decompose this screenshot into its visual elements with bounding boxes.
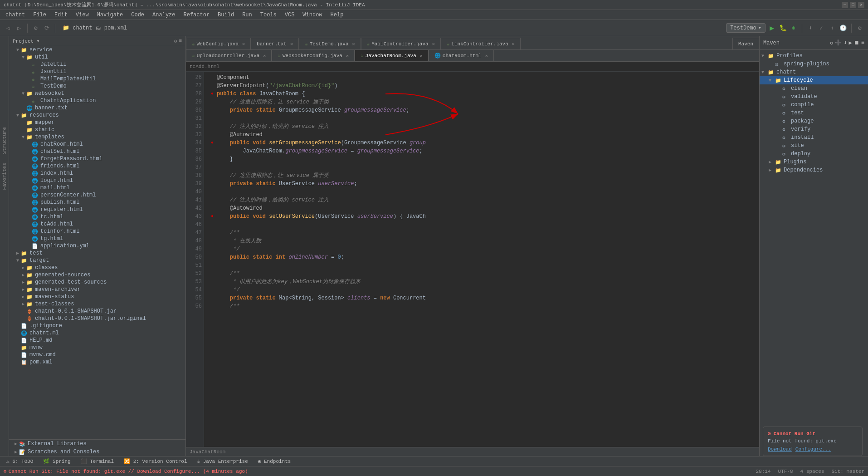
tree-item[interactable]: ☕MailTemplatesUtil <box>9 75 185 83</box>
tree-item[interactable]: 🌐chatSel.html <box>9 148 185 155</box>
bottom-tab-terminal[interactable]: ⬛ Terminal <box>76 457 118 465</box>
git-update-icon[interactable]: ⬇ <box>806 24 815 33</box>
tab-javachatroom-close[interactable]: ✕ <box>420 53 423 59</box>
tree-item[interactable]: 📋pom.xml <box>9 358 185 366</box>
tree-item[interactable]: ☕DateUtil <box>9 61 185 68</box>
project-settings-icon[interactable]: ≡ <box>179 38 182 44</box>
popup-download-link[interactable]: Download <box>768 447 792 452</box>
window-controls[interactable]: — □ ✕ <box>842 2 864 8</box>
maven-tree-item[interactable]: ⚙site <box>760 142 868 150</box>
toolbar-more-icon[interactable]: ⚙ <box>855 24 864 33</box>
menu-navigate[interactable]: Navigate <box>93 11 127 19</box>
maven-stop-icon[interactable]: ⏹ <box>854 39 859 46</box>
maven-tree-item[interactable]: ▼📁Lifecycle <box>760 76 868 84</box>
tab-mailcontroller-close[interactable]: ✕ <box>432 41 435 47</box>
git-commit-icon[interactable]: ✓ <box>817 24 826 33</box>
tree-item[interactable]: ▼📁websocket <box>9 90 185 97</box>
tree-item[interactable]: 📄HELP.md <box>9 337 185 344</box>
toolbar-sync-icon[interactable]: ⟳ <box>42 24 51 33</box>
maven-tree-item[interactable]: ⚙verify <box>760 125 868 133</box>
menu-refactor[interactable]: Refactor <box>180 11 214 19</box>
maven-settings-icon[interactable]: ≡ <box>861 39 864 46</box>
external-libraries-item[interactable]: ▶ 📚 External Libraries <box>9 440 185 448</box>
tree-item[interactable]: ▶📁maven-status <box>9 293 185 300</box>
tree-item[interactable]: ▶📁generated-sources <box>9 271 185 279</box>
maven-add-icon[interactable]: ➕ <box>835 39 842 46</box>
maven-tree-item[interactable]: ⚙package <box>760 117 868 125</box>
tree-item[interactable]: 🌐friends.html <box>9 162 185 170</box>
tab-websocketconfig-close[interactable]: ✕ <box>346 53 349 59</box>
tab-javachatroom[interactable]: ☕ JavaChatRoom.java ✕ <box>355 50 429 61</box>
tab-maven[interactable]: Maven <box>732 38 759 49</box>
tree-item[interactable]: ☕ChatntApplication <box>9 97 185 104</box>
favorites-label[interactable]: Favorites <box>2 163 7 190</box>
toolbar-forward-icon[interactable]: ▷ <box>15 24 24 33</box>
maven-download-icon[interactable]: ⬇ <box>844 39 847 46</box>
maven-tree-item[interactable]: ▶📁Plugins <box>760 158 868 166</box>
tree-item[interactable]: 📄application.yml <box>9 242 185 250</box>
tab-testdemo[interactable]: ☕ TestDemo.java ✕ <box>299 38 361 49</box>
tree-item[interactable]: 🌐register.html <box>9 206 185 213</box>
maven-tree-item[interactable]: ⚙install <box>760 133 868 142</box>
maven-tree-item[interactable]: ⚙validate <box>760 93 868 101</box>
toolbar-back-icon[interactable]: ◁ <box>4 24 13 33</box>
tab-uploadcontroller-close[interactable]: ✕ <box>263 53 266 59</box>
close-button[interactable]: ✕ <box>858 2 864 8</box>
run-button[interactable]: ▶ <box>767 24 776 33</box>
tree-item[interactable]: ▶📁classes <box>9 264 185 271</box>
maven-tree-item[interactable]: ▼📁chatnt <box>760 68 868 76</box>
git-history-icon[interactable]: 🕐 <box>839 24 848 33</box>
tree-item[interactable]: ▼📁util <box>9 54 185 61</box>
menu-vcs[interactable]: VCS <box>281 11 298 19</box>
tree-item[interactable]: 🌐publish.html <box>9 199 185 206</box>
tree-item[interactable]: 📁static <box>9 126 185 133</box>
maximize-button[interactable]: □ <box>850 2 856 8</box>
tree-item[interactable]: 🌐tcAdd.html <box>9 221 185 228</box>
tree-item[interactable]: 🌐index.html <box>9 170 185 177</box>
tree-item[interactable]: 🌐tcInfor.html <box>9 228 185 235</box>
popup-configure-link[interactable]: Configure... <box>795 447 831 452</box>
maven-tree-item[interactable]: ⚙clean <box>760 84 868 93</box>
tree-item[interactable]: ▶📁test <box>9 250 185 257</box>
breakpoint-icon[interactable]: ● <box>211 90 214 98</box>
tab-testdemo-close[interactable]: ✕ <box>352 41 355 47</box>
menu-edit[interactable]: Edit <box>51 11 71 19</box>
maven-tree-item[interactable]: ⚙test <box>760 109 868 117</box>
maven-tree-item[interactable]: ⚙deploy <box>760 150 868 158</box>
menu-window[interactable]: Window <box>299 11 326 19</box>
tree-item[interactable]: 📄.gitignore <box>9 322 185 329</box>
tree-item[interactable]: 🌐chatnt.ml <box>9 329 185 337</box>
menu-tools[interactable]: Tools <box>257 11 280 19</box>
tree-item[interactable]: 🌐forgetPassword.html <box>9 155 185 162</box>
tree-item[interactable]: 🌐personCenter.html <box>9 191 185 199</box>
maven-tree-item[interactable]: ▼📁Profiles <box>760 52 868 60</box>
tab-banner[interactable]: banner.txt ✕ <box>251 38 299 49</box>
breakpoint-icon[interactable]: ● <box>211 139 214 147</box>
maven-tree-item[interactable]: ☑spring-plugins <box>760 60 868 68</box>
menu-build[interactable]: Build <box>214 11 238 19</box>
menu-chatnt[interactable]: chatnt <box>2 11 29 19</box>
bottom-tab-spring[interactable]: 🌿 Spring <box>39 457 75 465</box>
structure-label[interactable]: Structure <box>2 127 7 154</box>
tab-banner-close[interactable]: ✕ <box>290 41 293 47</box>
tree-item[interactable]: ☕TestDemo <box>9 83 185 90</box>
breakpoint-icon[interactable]: ● <box>211 212 214 221</box>
tree-item[interactable]: ▶📁maven-archiver <box>9 286 185 293</box>
tab-uploadcontroller[interactable]: ☕ UploadController.java ✕ <box>186 50 272 61</box>
menu-file[interactable]: File <box>29 11 50 19</box>
tab-chatroom-html-close[interactable]: ✕ <box>485 53 488 59</box>
menu-analyze[interactable]: Analyze <box>149 11 179 19</box>
git-push-icon[interactable]: ⬆ <box>828 24 837 33</box>
tree-item[interactable]: ▼📁resources <box>9 112 185 119</box>
bottom-tab-vcs[interactable]: 🔀 2: Version Control <box>119 457 191 465</box>
tab-websocketconfig[interactable]: ☕ WebsocketConfig.java ✕ <box>272 50 355 61</box>
tree-item[interactable]: 🌐tg.html <box>9 235 185 242</box>
tree-item[interactable]: 📄mvnw.cmd <box>9 351 185 358</box>
bottom-tab-javaee[interactable]: ☕ Java Enterprise <box>193 457 253 465</box>
tree-item[interactable]: 📁mapper <box>9 119 185 126</box>
maven-run-icon[interactable]: ▶ <box>849 39 852 46</box>
maven-refresh-icon[interactable]: ↻ <box>830 39 833 46</box>
tree-item[interactable]: 🌐login.html <box>9 177 185 184</box>
tree-item[interactable]: ▶📁generated-test-sources <box>9 279 185 286</box>
tree-item[interactable]: ☕JsonUtil <box>9 68 185 75</box>
